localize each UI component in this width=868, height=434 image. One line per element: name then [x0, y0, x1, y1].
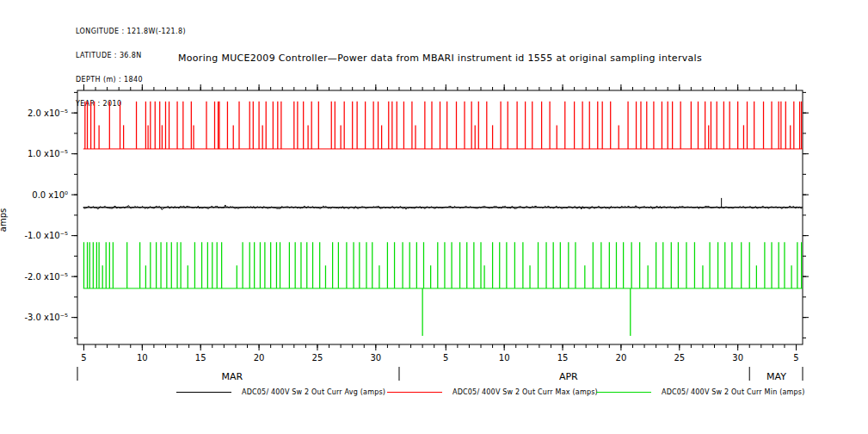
y-tick-label: 1.0 x10⁻⁵ — [28, 149, 68, 158]
legend-item-avg: ADC05/ 400V Sw 2 Out Curr Avg (amps) — [176, 387, 385, 398]
legend-label-min: ADC05/ 400V Sw 2 Out Curr Min (amps) — [662, 388, 805, 396]
y-tick-label: 0.0 x10⁰ — [32, 190, 68, 200]
x-tick-label: 15 — [557, 353, 569, 363]
x-tick-label: 5 — [81, 353, 86, 363]
y-tick-label: -3.0 x10⁻⁵ — [24, 313, 68, 322]
x-tick-label: 30 — [370, 353, 381, 363]
y-tick-label: 2.0 x10⁻⁵ — [28, 108, 68, 118]
x-tick-label: 25 — [312, 353, 323, 363]
legend-label-max: ADC05/ 400V Sw 2 Out Curr Max (amps) — [452, 388, 598, 396]
y-tick-label: -1.0 x10⁻⁵ — [24, 231, 68, 240]
chart-canvas: 2.0 x10⁻⁵1.0 x10⁻⁵0.0 x10⁰-1.0 x10⁻⁵-2.0… — [0, 0, 868, 434]
legend-line-max — [387, 392, 442, 393]
legend-line-min — [596, 392, 651, 393]
month-label: MAY — [766, 371, 786, 382]
x-tick-label: 15 — [195, 353, 206, 363]
x-tick-label: 30 — [732, 353, 743, 363]
legend-label-avg: ADC05/ 400V Sw 2 Out Curr Avg (amps) — [242, 388, 385, 396]
legend-item-min: ADC05/ 400V Sw 2 Out Curr Min (amps) — [596, 387, 805, 398]
legend: ADC05/ 400V Sw 2 Out Curr Avg (amps) ADC… — [0, 387, 868, 399]
x-tick-label: 20 — [254, 353, 265, 363]
legend-item-max: ADC05/ 400V Sw 2 Out Curr Max (amps) — [387, 387, 598, 398]
x-tick-label: 20 — [616, 353, 627, 363]
y-tick-label: -2.0 x10⁻⁵ — [24, 272, 68, 282]
x-tick-label: 10 — [499, 353, 510, 363]
month-label: MAR — [222, 371, 243, 382]
legend-line-avg — [176, 392, 231, 393]
x-tick-label: 5 — [793, 353, 798, 363]
x-tick-label: 25 — [674, 353, 685, 363]
month-label: APR — [559, 371, 578, 382]
x-tick-label: 5 — [443, 353, 448, 363]
x-tick-label: 10 — [137, 353, 148, 363]
plot-page: LONGITUDE : 121.8W(-121.8) LATITUDE : 36… — [0, 0, 868, 434]
